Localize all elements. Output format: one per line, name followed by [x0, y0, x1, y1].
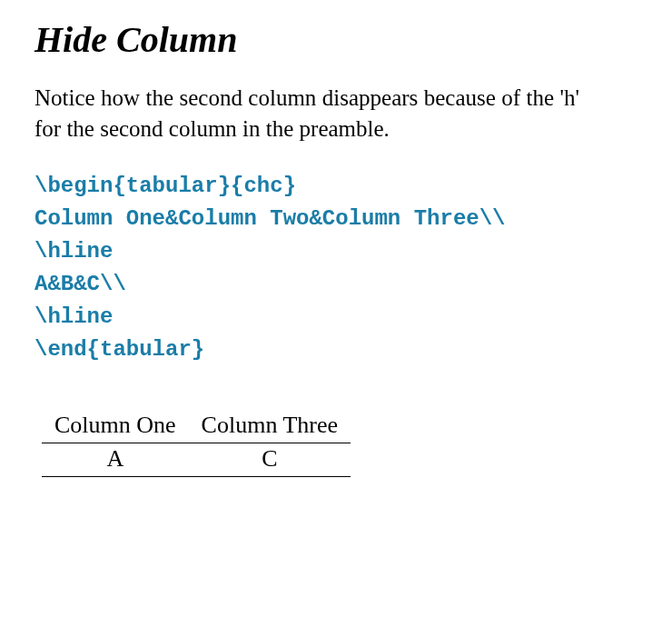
code-line: \hline: [35, 239, 113, 264]
code-line: \begin{tabular}{chc}: [35, 174, 296, 198]
code-line: A&B&C\\: [35, 272, 126, 296]
code-line: \end{tabular}: [35, 337, 204, 362]
code-line: \hline: [35, 304, 113, 329]
description-text: Notice how the second column disappears …: [35, 83, 579, 144]
table-header-cell: Column Three: [189, 410, 351, 443]
code-block: \begin{tabular}{chc} Column One&Column T…: [35, 170, 637, 366]
table-header-row: Column One Column Three: [42, 410, 351, 443]
code-line: Column One&Column Two&Column Three\\: [35, 206, 505, 231]
table-row: A C: [42, 443, 351, 476]
page-title: Hide Column: [35, 18, 637, 61]
table-header-cell: Column One: [42, 410, 189, 443]
output-table: Column One Column Three A C: [42, 410, 351, 477]
table-cell: C: [189, 443, 351, 476]
table-cell: A: [42, 443, 189, 476]
